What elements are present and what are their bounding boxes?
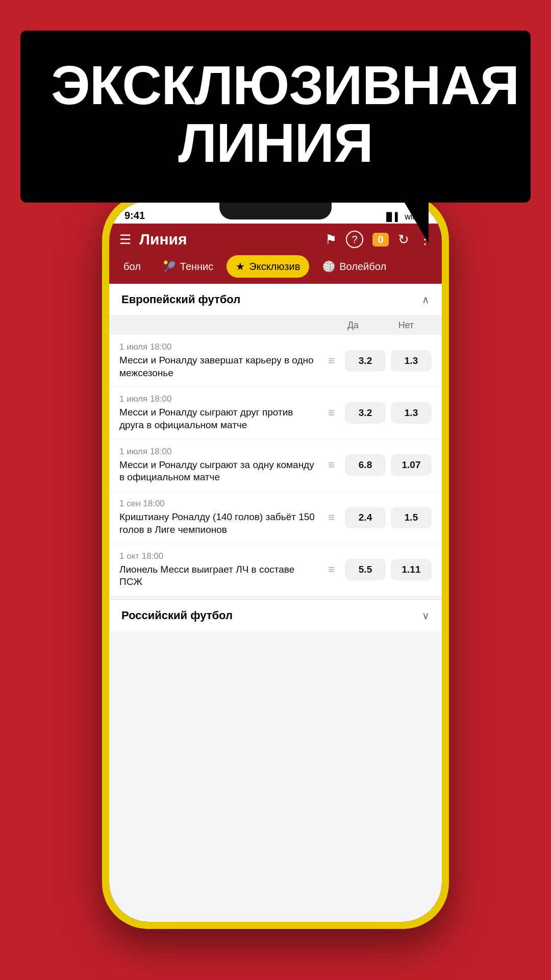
- bet-date-4: 1 сен 18:00: [119, 499, 318, 509]
- speech-bubble: ЭКСКЛЮЗИВНАЯ ЛИНИЯ: [20, 31, 531, 203]
- bet-date-2: 1 июля 18:00: [119, 394, 318, 404]
- bet-no-btn-3[interactable]: 1.07: [391, 454, 432, 476]
- bet-date-3: 1 июля 18:00: [119, 447, 318, 457]
- tab-football[interactable]: бол: [114, 255, 150, 278]
- bet-menu-icon-3[interactable]: ≡: [324, 458, 339, 472]
- bet-date-5: 1 окт 18:00: [119, 551, 318, 561]
- col-no-header: Нет: [386, 320, 427, 331]
- bet-date-1: 1 июля 18:00: [119, 342, 318, 352]
- tennis-icon: 🎾: [163, 260, 176, 273]
- bet-yes-btn-5[interactable]: 5.5: [345, 559, 386, 580]
- bet-yes-btn-4[interactable]: 2.4: [345, 507, 386, 528]
- bet-title-3: Месси и Роналду сыграют за одну команду …: [119, 459, 318, 484]
- bet-item-4: 1 сен 18:00 Криштиану Роналду (140 голов…: [109, 492, 442, 544]
- section2-chevron: ∨: [422, 609, 430, 622]
- bet-yes-btn-2[interactable]: 3.2: [345, 402, 386, 424]
- section2-title: Российский футбол: [121, 609, 233, 622]
- main-content: Европейский футбол ∧ Да Нет 1 июля 18:00: [109, 284, 442, 922]
- col-yes-header: Да: [333, 320, 373, 331]
- bubble-title-line2: ЛИНИЯ: [51, 114, 500, 172]
- tab-tennis[interactable]: 🎾 Теннис: [154, 255, 222, 278]
- section1-header[interactable]: Европейский футбол ∧: [109, 284, 442, 316]
- section2-header[interactable]: Российский футбол ∨: [109, 599, 442, 631]
- tab-bar: бол 🎾 Теннис ★ Эксклюзив 🏐 Волейбол: [109, 255, 442, 284]
- bet-title-5: Лионель Месси выиграет ЛЧ в составе ПСЖ: [119, 564, 318, 589]
- bet-title-2: Месси и Роналду сыграют друг против друг…: [119, 406, 318, 431]
- help-icon[interactable]: ?: [346, 231, 363, 248]
- exclusive-label: Эксклюзив: [249, 261, 300, 273]
- phone-mockup: 9:41 ▐▌▌ wifi ▓ ☰ Линия: [102, 194, 449, 929]
- volleyball-label: Волейбол: [339, 261, 386, 273]
- tab-volleyball[interactable]: 🏐 Волейбол: [313, 255, 395, 278]
- bet-menu-icon-5[interactable]: ≡: [324, 563, 339, 576]
- bet-menu-icon-2[interactable]: ≡: [324, 406, 339, 420]
- football-label: бол: [123, 261, 141, 273]
- bet-item-2: 1 июля 18:00 Месси и Роналду сыграют дру…: [109, 387, 442, 439]
- exclusive-icon: ★: [236, 260, 245, 273]
- section1-title: Европейский футбол: [121, 293, 240, 306]
- app-header: ☰ Линия ⚑ ? 0 ↻ ⋮: [109, 224, 442, 255]
- bet-slip-badge[interactable]: 0: [372, 233, 389, 247]
- bet-item-3: 1 июля 18:00 Месси и Роналду сыграют за …: [109, 439, 442, 492]
- section1-chevron: ∧: [422, 293, 430, 306]
- signal-icon: ▐▌▌: [383, 212, 400, 222]
- bet-no-btn-1[interactable]: 1.3: [391, 350, 432, 372]
- bet-menu-icon-1[interactable]: ≡: [324, 354, 339, 368]
- bet-item-5: 1 окт 18:00 Лионель Месси выиграет ЛЧ в …: [109, 544, 442, 596]
- bet-no-btn-2[interactable]: 1.3: [391, 402, 432, 424]
- bet-menu-icon-4[interactable]: ≡: [324, 511, 339, 524]
- status-time: 9:41: [124, 210, 145, 222]
- app-title: Линия: [139, 231, 187, 248]
- column-headers: Да Нет: [109, 316, 442, 335]
- bet-item-1: 1 июля 18:00 Месси и Роналду завершат ка…: [109, 335, 442, 387]
- phone-notch: [219, 201, 332, 219]
- flag-icon[interactable]: ⚑: [325, 232, 337, 248]
- bet-title-1: Месси и Роналду завершат карьеру в одно …: [119, 354, 318, 379]
- hamburger-menu-icon[interactable]: ☰: [119, 232, 131, 248]
- tab-exclusive[interactable]: ★ Эксклюзив: [227, 255, 309, 278]
- volleyball-icon: 🏐: [322, 260, 335, 273]
- tennis-label: Теннис: [180, 261, 213, 273]
- bet-no-btn-5[interactable]: 1.11: [391, 559, 432, 580]
- bubble-title-line1: ЭКСКЛЮЗИВНАЯ: [51, 56, 500, 114]
- bet-yes-btn-3[interactable]: 6.8: [345, 454, 386, 476]
- bet-yes-btn-1[interactable]: 3.2: [345, 350, 386, 372]
- bet-title-4: Криштиану Роналду (140 голов) забьёт 150…: [119, 511, 318, 536]
- bet-no-btn-4[interactable]: 1.5: [391, 507, 432, 528]
